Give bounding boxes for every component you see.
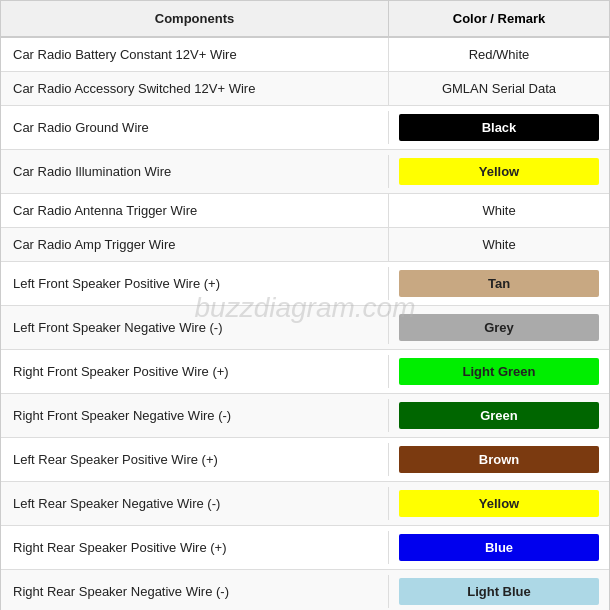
color-cell-wrapper: Black xyxy=(389,106,609,149)
color-cell-wrapper: Tan xyxy=(389,262,609,305)
color-cell-wrapper: Blue xyxy=(389,526,609,569)
color-cell-wrapper: GMLAN Serial Data xyxy=(389,73,609,104)
color-cell-wrapper: Brown xyxy=(389,438,609,481)
color-cell-wrapper: White xyxy=(389,195,609,226)
color-cell-wrapper: Green xyxy=(389,394,609,437)
wiring-table: Components Color / Remark Car Radio Batt… xyxy=(0,0,610,610)
color-cell-wrapper: Red/White xyxy=(389,39,609,70)
table-body: Car Radio Battery Constant 12V+ WireRed/… xyxy=(1,38,609,610)
table-row: Right Front Speaker Negative Wire (-)Gre… xyxy=(1,394,609,438)
component-cell: Car Radio Antenna Trigger Wire xyxy=(1,194,389,227)
table-row: Car Radio Illumination WireYellow xyxy=(1,150,609,194)
table-row: Right Rear Speaker Positive Wire (+)Blue xyxy=(1,526,609,570)
color-cell-wrapper: Light Green xyxy=(389,350,609,393)
component-cell: Left Rear Speaker Negative Wire (-) xyxy=(1,487,389,520)
component-cell: Right Rear Speaker Negative Wire (-) xyxy=(1,575,389,608)
table-row: Right Rear Speaker Negative Wire (-)Ligh… xyxy=(1,570,609,610)
header-component: Components xyxy=(1,1,389,36)
table-row: Left Rear Speaker Positive Wire (+)Brown xyxy=(1,438,609,482)
table-header: Components Color / Remark xyxy=(1,1,609,38)
component-cell: Car Radio Accessory Switched 12V+ Wire xyxy=(1,72,389,105)
component-cell: Car Radio Battery Constant 12V+ Wire xyxy=(1,38,389,71)
table-row: Car Radio Accessory Switched 12V+ WireGM… xyxy=(1,72,609,106)
component-cell: Left Front Speaker Negative Wire (-) xyxy=(1,311,389,344)
color-cell-wrapper: White xyxy=(389,229,609,260)
table-row: Right Front Speaker Positive Wire (+)Lig… xyxy=(1,350,609,394)
component-cell: Right Front Speaker Negative Wire (-) xyxy=(1,399,389,432)
color-cell-wrapper: Light Blue xyxy=(389,570,609,610)
component-cell: Left Rear Speaker Positive Wire (+) xyxy=(1,443,389,476)
table-row: Left Front Speaker Positive Wire (+)Tan xyxy=(1,262,609,306)
component-cell: Car Radio Ground Wire xyxy=(1,111,389,144)
table-row: Car Radio Antenna Trigger WireWhite xyxy=(1,194,609,228)
color-cell-wrapper: Grey xyxy=(389,306,609,349)
table-container: Components Color / Remark Car Radio Batt… xyxy=(0,0,610,610)
table-row: Car Radio Battery Constant 12V+ WireRed/… xyxy=(1,38,609,72)
table-row: Car Radio Ground WireBlack xyxy=(1,106,609,150)
color-cell-wrapper: Yellow xyxy=(389,482,609,525)
component-cell: Car Radio Illumination Wire xyxy=(1,155,389,188)
component-cell: Left Front Speaker Positive Wire (+) xyxy=(1,267,389,300)
component-cell: Right Front Speaker Positive Wire (+) xyxy=(1,355,389,388)
color-cell-wrapper: Yellow xyxy=(389,150,609,193)
table-row: Car Radio Amp Trigger WireWhite xyxy=(1,228,609,262)
header-color: Color / Remark xyxy=(389,1,609,36)
component-cell: Car Radio Amp Trigger Wire xyxy=(1,228,389,261)
table-row: Left Front Speaker Negative Wire (-)Grey xyxy=(1,306,609,350)
component-cell: Right Rear Speaker Positive Wire (+) xyxy=(1,531,389,564)
table-row: Left Rear Speaker Negative Wire (-)Yello… xyxy=(1,482,609,526)
